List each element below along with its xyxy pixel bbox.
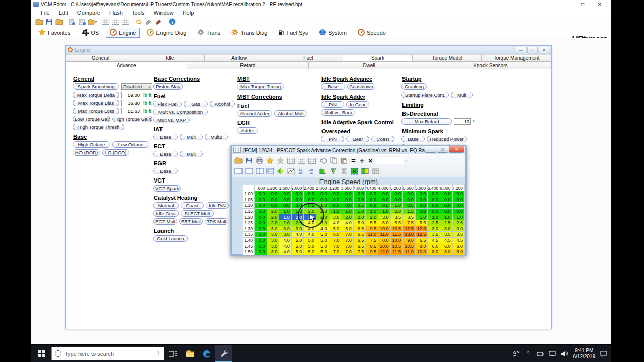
- compare-gray-icon[interactable]: [144, 18, 153, 26]
- table-cell[interactable]: 3.0: [279, 226, 292, 232]
- table-cell[interactable]: 0.5: [378, 203, 391, 209]
- table-cell[interactable]: 6.5: [354, 243, 366, 249]
- row-header[interactable]: 1.00: [243, 191, 255, 197]
- start-button[interactable]: [31, 345, 51, 362]
- value-entry-input[interactable]: [376, 157, 404, 164]
- table-cell[interactable]: 4.0: [279, 238, 292, 244]
- layout-table-icon[interactable]: [265, 166, 275, 176]
- param-button-gas[interactable]: Gas: [184, 101, 208, 107]
- param-button-cranking[interactable]: Cranking: [401, 83, 427, 90]
- param-button-base[interactable]: Base: [153, 151, 178, 157]
- popup-close-button[interactable]: ✕: [449, 146, 464, 153]
- col-header[interactable]: 6,400: [428, 185, 440, 191]
- row-header[interactable]: 1.45: [243, 243, 255, 249]
- table-cell[interactable]: 0.0: [292, 197, 304, 203]
- table-cell[interactable]: 3.0: [267, 226, 280, 232]
- table-cell[interactable]: 5.0: [316, 232, 329, 238]
- param-button-coastdown[interactable]: Coastdown: [347, 83, 375, 90]
- param-button-base[interactable]: Base: [153, 134, 178, 140]
- value-field[interactable]: 10: [454, 118, 471, 125]
- col-header[interactable]: 5,600: [403, 185, 416, 191]
- param-button-max-retard[interactable]: Max Retard: [401, 118, 452, 125]
- param-button-normal[interactable]: Normal: [153, 202, 179, 209]
- layout-hsplit-icon[interactable]: [244, 166, 254, 176]
- row-header[interactable]: 1.40: [243, 238, 255, 244]
- table-cell[interactable]: 7.0: [341, 238, 354, 244]
- table-cell[interactable]: 5.0: [316, 249, 329, 255]
- menu-file[interactable]: File: [36, 10, 54, 16]
- write-vehicle-icon[interactable]: [88, 18, 97, 26]
- table-cell[interactable]: 4.5: [428, 238, 440, 244]
- table-cell[interactable]: 6.5: [416, 238, 428, 244]
- table-cell[interactable]: 8.0: [440, 249, 453, 255]
- table-cell[interactable]: 0.0: [453, 191, 465, 197]
- open-file-icon[interactable]: [34, 18, 44, 26]
- table-cell[interactable]: 1.0: [329, 209, 342, 215]
- popup-restore-button[interactable]: □: [437, 146, 448, 153]
- row-header[interactable]: 1.15: [243, 209, 255, 215]
- param-button-adder[interactable]: Adder: [237, 127, 258, 134]
- table-cell[interactable]: 3.0: [292, 226, 304, 232]
- table-cell[interactable]: 7.0: [341, 232, 354, 238]
- table-cell[interactable]: 3.0: [329, 214, 342, 220]
- table-cell[interactable]: 10.5: [391, 243, 404, 249]
- table-cell[interactable]: 0.0: [403, 197, 416, 203]
- table-cell[interactable]: 3.5: [453, 232, 465, 238]
- ribbon-favorites[interactable]: Favorites: [34, 28, 74, 38]
- table-cell[interactable]: 5.0: [304, 249, 316, 255]
- table-gray-icon[interactable]: [370, 166, 381, 176]
- multiply-operator-button[interactable]: ×: [366, 156, 375, 165]
- select-x-icon[interactable]: [349, 166, 360, 176]
- param-button-p-n[interactable]: P/N: [321, 101, 344, 108]
- table-cell[interactable]: 6.0: [378, 220, 391, 226]
- table-cell[interactable]: 0.0: [416, 203, 428, 209]
- table-cell[interactable]: 0.0: [279, 191, 292, 197]
- table-cell[interactable]: 0.0: [329, 203, 342, 209]
- table-cell[interactable]: 2.0: [366, 214, 378, 220]
- taskbar-task-view-icon[interactable]: [164, 345, 181, 362]
- table-cell[interactable]: 0.0: [255, 209, 267, 215]
- table-cell[interactable]: 2.0: [354, 214, 366, 220]
- table-a-icon[interactable]: [286, 156, 296, 165]
- menu-edit[interactable]: Edit: [54, 10, 73, 16]
- table-cell[interactable]: 6.0: [440, 243, 453, 249]
- param-button-reduced-power[interactable]: Reduced Power: [427, 136, 467, 142]
- row-header[interactable]: 1.20: [243, 214, 255, 220]
- table-cell[interactable]: 0.0: [453, 203, 465, 209]
- ribbon-speedo[interactable]: Speedo: [354, 28, 390, 38]
- table-cell[interactable]: 8.0: [416, 243, 428, 249]
- table-cell[interactable]: 2.0: [267, 214, 280, 220]
- table-cell[interactable]: 1.0: [279, 209, 292, 215]
- table-cell[interactable]: 1.0: [378, 209, 391, 215]
- read-vehicle-icon[interactable]: [67, 18, 77, 26]
- table-cell[interactable]: 4.0: [292, 232, 304, 238]
- table-cell[interactable]: 4.0: [316, 226, 329, 232]
- table-cell[interactable]: 7.5: [366, 238, 378, 244]
- table-cell[interactable]: 4.5: [453, 238, 465, 244]
- table-cell[interactable]: 0.0: [255, 220, 267, 226]
- table-cell[interactable]: 0.0: [428, 191, 440, 197]
- param-button-mult-vs-map[interactable]: Mult vs. MAP: [153, 117, 190, 123]
- subtab-advance[interactable]: Advance: [66, 62, 187, 69]
- table-cell[interactable]: 5.0: [304, 238, 316, 244]
- table-cell[interactable]: 2.0: [391, 209, 404, 215]
- table-cell[interactable]: 0.0: [354, 197, 366, 203]
- engine-minimize-button[interactable]: —: [516, 47, 526, 53]
- tab-torque-management[interactable]: Torque Management: [482, 54, 551, 61]
- table-cell[interactable]: 0.0: [292, 191, 304, 197]
- smooth-gray-icon[interactable]: [339, 166, 349, 176]
- table-cell[interactable]: 0.0: [428, 203, 440, 209]
- table-cell[interactable]: 3.0: [267, 249, 280, 255]
- table-cell[interactable]: 0.0: [428, 209, 440, 215]
- table-cell[interactable]: 6.5: [354, 232, 366, 238]
- engine-close-button[interactable]: ✕: [539, 47, 549, 53]
- table-cell[interactable]: 4.0: [279, 243, 292, 249]
- param-button-idle-gear[interactable]: Idle Gear: [153, 210, 179, 217]
- flip-v-icon[interactable]: [328, 166, 339, 176]
- table-cell[interactable]: 0.0: [354, 191, 366, 197]
- table-cell[interactable]: 0.0: [416, 191, 428, 197]
- col-header[interactable]: 1,600: [279, 185, 292, 191]
- table-cell[interactable]: 0.0: [391, 191, 404, 197]
- ribbon-os[interactable]: OS: [77, 28, 103, 38]
- param-button-alcohol-adder[interactable]: Alcohol Adder: [237, 110, 272, 117]
